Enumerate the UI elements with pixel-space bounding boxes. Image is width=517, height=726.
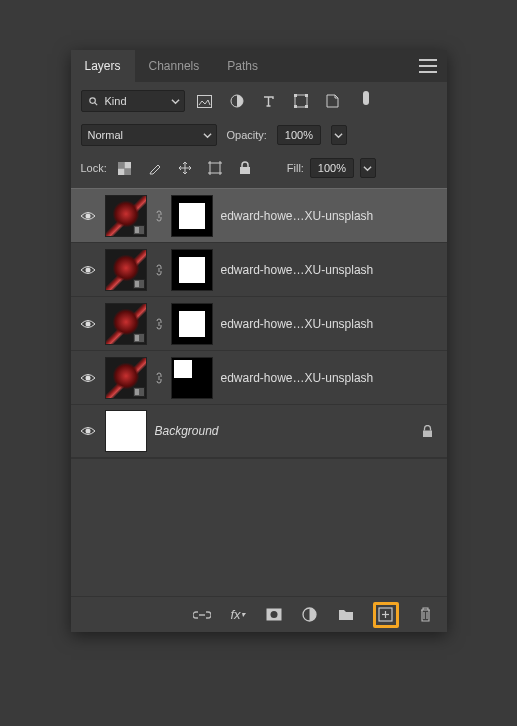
layer-effects-icon[interactable]: fx▾ <box>229 606 247 624</box>
search-icon <box>88 96 99 107</box>
svg-point-26 <box>85 375 90 380</box>
svg-point-30 <box>270 611 277 618</box>
layer-name[interactable]: edward-howe…XU-unsplash <box>221 317 439 331</box>
layer-thumbnail[interactable] <box>105 410 147 452</box>
adjustment-layer-icon[interactable] <box>301 606 319 624</box>
link-layers-icon[interactable] <box>193 606 211 624</box>
opacity-slider-button[interactable] <box>331 125 347 145</box>
smart-object-badge-icon <box>133 333 145 343</box>
layer-thumbnail[interactable] <box>105 357 147 399</box>
visibility-toggle-icon[interactable] <box>79 369 97 387</box>
new-layer-highlight <box>373 602 399 628</box>
layer-name[interactable]: Background <box>155 424 414 438</box>
svg-rect-6 <box>305 94 308 97</box>
tab-paths[interactable]: Paths <box>213 50 272 82</box>
visibility-toggle-icon[interactable] <box>79 422 97 440</box>
blend-row: Normal Opacity: 100% <box>71 120 447 154</box>
lock-label: Lock: <box>81 162 107 174</box>
filter-type-icon[interactable] <box>261 93 277 109</box>
svg-rect-22 <box>240 167 250 174</box>
smart-object-badge-icon <box>133 387 145 397</box>
svg-rect-11 <box>125 162 132 169</box>
new-group-icon[interactable] <box>337 606 355 624</box>
svg-point-23 <box>85 213 90 218</box>
layer-name[interactable]: edward-howe…XU-unsplash <box>221 263 439 277</box>
visibility-toggle-icon[interactable] <box>79 261 97 279</box>
svg-rect-2 <box>198 95 212 107</box>
panel-bottom-bar: fx▾ <box>71 596 447 632</box>
filter-row: Kind <box>71 82 447 120</box>
layer-thumbnail[interactable] <box>105 195 147 237</box>
panel-tabs: Layers Channels Paths <box>71 50 447 82</box>
svg-point-25 <box>85 321 90 326</box>
filter-kind-label: Kind <box>105 95 127 107</box>
tab-layers[interactable]: Layers <box>71 50 135 82</box>
lock-transparency-icon[interactable] <box>117 160 133 176</box>
layer-row-background[interactable]: Background <box>71 404 447 458</box>
visibility-toggle-icon[interactable] <box>79 207 97 225</box>
opacity-label: Opacity: <box>227 129 267 141</box>
visibility-toggle-icon[interactable] <box>79 315 97 333</box>
mask-link-icon[interactable] <box>155 263 163 277</box>
fill-slider-button[interactable] <box>360 158 376 178</box>
lock-artboard-icon[interactable] <box>207 160 223 176</box>
layer-mask-thumbnail[interactable] <box>171 357 213 399</box>
layer-thumbnail[interactable] <box>105 249 147 291</box>
layer-mask-thumbnail[interactable] <box>171 195 213 237</box>
svg-point-27 <box>85 429 90 434</box>
svg-line-1 <box>94 102 97 105</box>
lock-all-icon[interactable] <box>237 160 253 176</box>
layer-row[interactable]: edward-howe…XU-unsplash <box>71 350 447 404</box>
filter-kind-select[interactable]: Kind <box>81 90 185 112</box>
blend-mode-select[interactable]: Normal <box>81 124 217 146</box>
svg-rect-28 <box>423 430 432 437</box>
lock-brush-icon[interactable] <box>147 160 163 176</box>
svg-rect-9 <box>118 162 125 169</box>
layer-row[interactable]: edward-howe…XU-unsplash <box>71 242 447 296</box>
layer-mask-thumbnail[interactable] <box>171 249 213 291</box>
filter-shape-icon[interactable] <box>293 93 309 109</box>
new-layer-icon[interactable] <box>377 606 395 624</box>
blend-mode-value: Normal <box>88 129 123 141</box>
svg-point-24 <box>85 267 90 272</box>
lock-row: Lock: Fill: 100% <box>71 154 447 188</box>
delete-layer-icon[interactable] <box>417 606 435 624</box>
layer-thumbnail[interactable] <box>105 303 147 345</box>
svg-rect-13 <box>210 163 220 173</box>
filter-image-icon[interactable] <box>197 93 213 109</box>
svg-rect-12 <box>118 168 125 175</box>
layer-row[interactable]: edward-howe…XU-unsplash <box>71 296 447 350</box>
mask-link-icon[interactable] <box>155 371 163 385</box>
opacity-value-input[interactable]: 100% <box>277 125 321 145</box>
add-mask-icon[interactable] <box>265 606 283 624</box>
mask-link-icon[interactable] <box>155 209 163 223</box>
svg-point-0 <box>89 97 95 103</box>
fill-value-input[interactable]: 100% <box>310 158 354 178</box>
lock-move-icon[interactable] <box>177 160 193 176</box>
layers-list: edward-howe…XU-unsplash edward-howe…XU-u… <box>71 188 447 458</box>
lock-icon[interactable] <box>422 425 433 438</box>
layers-panel: Layers Channels Paths Kind Normal Opacit… <box>71 50 447 632</box>
layer-row[interactable]: edward-howe…XU-unsplash <box>71 188 447 242</box>
mask-link-icon[interactable] <box>155 317 163 331</box>
filter-type-icons <box>197 93 369 109</box>
chevron-down-icon <box>171 97 180 106</box>
filter-adjustment-icon[interactable] <box>229 93 245 109</box>
layer-mask-thumbnail[interactable] <box>171 303 213 345</box>
tab-channels[interactable]: Channels <box>135 50 214 82</box>
svg-rect-7 <box>294 105 297 108</box>
fill-label: Fill: <box>287 162 304 174</box>
svg-rect-8 <box>305 105 308 108</box>
layer-name[interactable]: edward-howe…XU-unsplash <box>221 371 439 385</box>
svg-rect-5 <box>294 94 297 97</box>
panel-menu-button[interactable] <box>419 59 437 73</box>
layer-name[interactable]: edward-howe…XU-unsplash <box>221 209 439 223</box>
layers-empty-area[interactable] <box>71 458 447 596</box>
smart-object-badge-icon <box>133 279 145 289</box>
chevron-down-icon <box>203 131 212 140</box>
filter-smartobject-icon[interactable] <box>325 93 341 109</box>
filter-toggle-slider[interactable] <box>363 91 369 105</box>
svg-rect-10 <box>125 168 132 175</box>
smart-object-badge-icon <box>133 225 145 235</box>
